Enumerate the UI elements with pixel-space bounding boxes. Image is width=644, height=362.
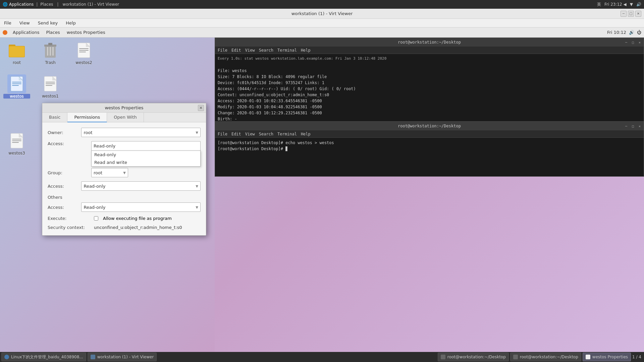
term-top-titlebar: root@workstation:~/Desktop ─ □ ✕	[215, 38, 644, 47]
system-apps-label[interactable]: Applications	[9, 2, 34, 7]
term-bottom-menu-edit[interactable]: Edit	[231, 132, 241, 136]
owner-access-option1[interactable]: Read-only	[92, 151, 200, 159]
dialog-tabs: Basic Permissions Open With	[42, 113, 206, 122]
system-places-label[interactable]: Places	[40, 2, 53, 7]
system-datetime: Fri 23:12 ◀	[604, 2, 627, 7]
menu-bar: File View Send key Help	[0, 19, 644, 27]
term-top-min-btn[interactable]: ─	[624, 40, 629, 45]
file-icon-westos3[interactable]: westos3	[3, 131, 30, 156]
group-access-dropdown-arrow: ▼	[196, 184, 198, 188]
svg-rect-20	[12, 85, 19, 86]
taskbar-term1-label: root@workstation:~/Desktop	[447, 355, 506, 359]
execute-label: Execute:	[48, 216, 91, 221]
term-bottom-menu-help[interactable]: Help	[301, 132, 311, 136]
svg-rect-12	[79, 48, 89, 49]
term-top-menu-help[interactable]: Help	[301, 48, 311, 53]
terminal-window-top: root@workstation:~/Desktop ─ □ ✕ File Ed…	[215, 38, 644, 131]
term-bottom-menu-terminal[interactable]: Terminal	[277, 132, 297, 136]
dialog-close-button[interactable]: ✕	[198, 105, 204, 111]
owner-access-option2[interactable]: Read and write	[92, 159, 200, 166]
term-bottom-min-btn[interactable]: ─	[624, 123, 629, 129]
term-top-line3: File: westos	[218, 68, 641, 74]
system-lang: 英	[597, 2, 601, 7]
tab-basic[interactable]: Basic	[42, 113, 67, 122]
term-bottom-max-btn[interactable]: □	[630, 123, 636, 129]
term-bottom-body: [root@workstation Desktop]# echo westos …	[215, 138, 644, 154]
group-dropdown[interactable]: root ▼	[91, 168, 128, 177]
owner-dropdown[interactable]: root ▼	[81, 128, 201, 137]
network-icon: ▼	[630, 2, 633, 7]
second-bar-time: Fri 10:12	[607, 30, 626, 35]
svg-rect-8	[52, 47, 54, 56]
term-top-menu-search[interactable]: Search	[259, 48, 273, 53]
tab-open-with[interactable]: Open With	[107, 113, 144, 122]
term-bottom-menu-file[interactable]: File	[218, 132, 227, 136]
menu-sendkey[interactable]: Send key	[37, 20, 59, 26]
virt-close-button[interactable]: ✕	[635, 11, 641, 17]
virt-viewer-controls: ─ □ ✕	[621, 11, 641, 17]
group-access-label: Access:	[48, 184, 81, 189]
second-bar-properties[interactable]: westos Properties	[65, 29, 107, 36]
tab-permissions[interactable]: Permissions	[67, 113, 107, 122]
virt-viewer-title: workstation (1) - Virt Viewer	[291, 11, 353, 16]
second-bar-places[interactable]: Places	[45, 29, 61, 36]
svg-rect-18	[12, 82, 21, 82]
term-bottom-line1: [root@workstation Desktop]# echo westos …	[218, 140, 641, 146]
file-icon-westos3-label: westos3	[3, 151, 30, 156]
term-top-menu-terminal[interactable]: Terminal	[277, 48, 297, 53]
virt-minimize-button[interactable]: ─	[621, 11, 627, 17]
group-access-dropdown[interactable]: Read-only ▼	[81, 181, 201, 191]
file-icon-westos[interactable]: westos	[3, 74, 30, 99]
second-bar-apps[interactable]: Applications	[11, 29, 41, 36]
others-access-dropdown[interactable]: Read-only ▼	[81, 202, 201, 212]
svg-rect-2	[9, 46, 24, 57]
virt-maximize-button[interactable]: □	[628, 11, 634, 17]
term-bottom-menu-search[interactable]: Search	[259, 132, 273, 136]
dialog-title: westos Properties	[105, 105, 143, 110]
term-top-close-btn[interactable]: ✕	[637, 40, 642, 45]
terminal-area: root@workstation:~/Desktop ─ □ ✕ File Ed…	[215, 38, 644, 352]
owner-row: Owner: root ▼	[48, 128, 201, 137]
term-top-line5: Device: fc01h/64513d Inode: 9735247 Link…	[218, 80, 641, 86]
term-bottom-menu-view[interactable]: View	[245, 132, 255, 136]
terminal-window-bottom: root@workstation:~/Desktop ─ □ ✕ File Ed…	[215, 121, 644, 177]
term-top-max-btn[interactable]: □	[630, 40, 636, 45]
system-bar-right: 英 Fri 23:12 ◀ ▼ 🔊	[597, 2, 641, 7]
file-icon-root[interactable]: root	[3, 41, 30, 65]
term-top-menu-edit[interactable]: Edit	[231, 48, 241, 53]
owner-dropdown-arrow: ▼	[196, 131, 198, 134]
menu-help[interactable]: Help	[64, 20, 77, 26]
menu-view[interactable]: View	[18, 20, 31, 26]
execute-checkbox[interactable]	[94, 216, 98, 221]
others-access-dropdown-arrow: ▼	[196, 205, 198, 209]
others-access-row: Access: Read-only ▼	[48, 202, 201, 212]
owner-access-dropdown[interactable]: Read-only	[91, 141, 201, 150]
file-icon-trash[interactable]: Trash	[37, 41, 64, 65]
term-bottom-close-btn[interactable]: ✕	[637, 123, 642, 129]
doc-icon-westos1	[41, 74, 60, 93]
file-icon-westos-label: westos	[3, 94, 30, 99]
term-bottom-titlebar: root@workstation:~/Desktop ─ □ ✕	[215, 122, 644, 130]
term-top-line7: Context: unconfined_u:object_r:admin_hom…	[218, 92, 641, 98]
svg-rect-5	[48, 43, 52, 45]
power-icon: ⏻	[637, 30, 641, 35]
taskbar-item-virt[interactable]: workstation (1) - Virt Viewer	[88, 353, 157, 361]
taskbar-item-term2[interactable]: root@workstation:~/Desktop	[510, 353, 581, 361]
taskbar-item-term1[interactable]: root@workstation:~/Desktop	[438, 353, 509, 361]
group-label: Group:	[48, 170, 91, 175]
execute-checkbox-label: Allow executing file as program	[103, 216, 172, 221]
term-top-menu-view[interactable]: View	[245, 48, 255, 53]
group-value: root	[94, 170, 102, 175]
menu-file[interactable]: File	[3, 20, 13, 26]
taskbar-item-browser[interactable]: Linux下的文件管理_baidu_4038908...	[1, 353, 86, 361]
svg-rect-7	[50, 47, 51, 56]
file-icon-westos1[interactable]: westos1	[37, 74, 64, 99]
owner-value: root	[84, 130, 92, 135]
virt-viewer-titlebar: workstation (1) - Virt Viewer ─ □ ✕	[0, 9, 644, 19]
dialog-body: Owner: root ▼ Access: Read-only Read-o	[42, 122, 206, 235]
taskbar-item-props[interactable]: westos Properties	[583, 353, 631, 361]
file-icon-westos2[interactable]: westos2	[70, 41, 97, 65]
term-top-menu-file[interactable]: File	[218, 48, 227, 53]
execute-row: Execute: Allow executing file as program	[48, 216, 201, 221]
properties-dialog: westos Properties ✕ Basic Permissions Op…	[42, 103, 206, 236]
